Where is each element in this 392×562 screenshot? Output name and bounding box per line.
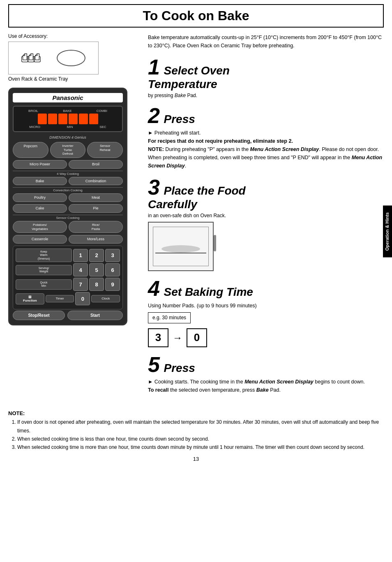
page-container: To Cook on Bake Operation & Hints Use of… <box>0 0 392 562</box>
oven-rack-line <box>155 253 206 253</box>
notes-section: NOTE: If oven door is not opened after p… <box>8 409 384 452</box>
step-3-title: Place the FoodCarefully <box>148 184 246 211</box>
step-2: 2 Press ► Preheating will start. For rec… <box>148 105 384 170</box>
page-title: To Cook on Bake <box>143 8 249 23</box>
main-layout: Use of Accessory: ⎙⎙⎙ Oven Rack & Cerami… <box>8 33 384 401</box>
btn-row-3: Bake Combination <box>13 177 123 186</box>
stop-start-row: Stop/Reset Start <box>13 311 123 320</box>
combination-btn[interactable]: Combination <box>69 177 123 186</box>
oven-food <box>161 245 200 253</box>
step-1-subtitle: by pressing Bake Pad. <box>148 93 384 98</box>
potatoes-veg-btn[interactable]: Potatoes/Vegetables <box>13 221 67 233</box>
arrow-right-icon: → <box>173 330 182 346</box>
dimension-label: DIMENSION 4 Genius <box>13 135 123 139</box>
num-display-0: 0 <box>187 328 207 347</box>
more-less-btn[interactable]: More/Less <box>69 235 123 244</box>
micro-power-btn[interactable]: Micro Power <box>13 160 67 169</box>
btn-row-6: Potatoes/Vegetables Rice/Pasta <box>13 221 123 233</box>
page-number: 13 <box>8 456 384 462</box>
keep-warm-btn[interactable]: KeepWarm(5menus) <box>16 248 72 262</box>
step-2-number: 2 <box>148 104 160 128</box>
step-3: 3 Place the FoodCarefully in an oven-saf… <box>148 176 384 271</box>
step-4-body: Using Number Pads. (up to 9 hours 99 min… <box>148 302 384 347</box>
tray-icon <box>57 50 85 66</box>
accessory-label: Use of Accessory: <box>8 33 140 39</box>
timer-btn[interactable]: Timer <box>46 295 74 302</box>
num-8-btn[interactable]: 8 <box>89 278 104 291</box>
serving-weight-btn[interactable]: Serving/Weight <box>16 265 72 275</box>
casserole-btn[interactable]: Casserole <box>13 235 67 244</box>
broil-btn[interactable]: Broil <box>69 160 123 169</box>
num-4-btn[interactable]: 4 <box>73 263 88 276</box>
step-3-number: 3 <box>148 175 160 199</box>
popcorn-btn[interactable]: Popcorn <box>13 142 48 158</box>
num-6-btn[interactable]: 6 <box>105 263 120 276</box>
meat-btn[interactable]: Meat <box>69 193 123 202</box>
numpad-row-4: ▤Function Timer 0 Clock <box>16 292 120 305</box>
bake-btn[interactable]: Bake <box>13 177 67 186</box>
note-item-2: When selected cooking time is less than … <box>17 435 384 443</box>
cake-btn[interactable]: Cake <box>13 204 67 213</box>
right-column: Bake temperature automatically counts-up… <box>148 33 384 401</box>
step-1: 1 Select OvenTemperature by pressing Bak… <box>148 56 384 98</box>
section-label-4way: 4 Way Cooking <box>13 171 123 176</box>
accessory-box: ⎙⎙⎙ <box>8 42 99 74</box>
step-5-body: ► Cooking starts. The cooking time in th… <box>148 378 384 394</box>
num-2-btn[interactable]: 2 <box>89 249 104 262</box>
quick-min-btn[interactable]: QuickMin <box>16 279 72 290</box>
oven-inner <box>153 227 209 266</box>
function-btn[interactable]: ▤Function <box>16 293 44 304</box>
pie-btn[interactable]: Pie <box>69 204 123 213</box>
num-5-btn[interactable]: 5 <box>89 263 104 276</box>
step-4-heading: 4 Set Baking Time <box>148 278 384 299</box>
display-labels: BROIL BAKE COMBI <box>16 109 120 113</box>
sublabel-micro: MICRO <box>29 125 40 129</box>
step-4-number: 4 <box>148 276 160 300</box>
start-btn[interactable]: Start <box>67 311 123 320</box>
seg1: 8 <box>38 114 47 124</box>
numpad-row-2: Serving/Weight 4 5 6 <box>16 263 120 276</box>
step-4: 4 Set Baking Time Using Number Pads. (up… <box>148 278 384 347</box>
numpad-row-3: QuickMin 7 8 9 <box>16 278 120 291</box>
poultry-btn[interactable]: Poultry <box>13 193 67 202</box>
btn-row-7: Casserole More/Less <box>13 235 123 244</box>
step-5-title: Press <box>164 362 195 374</box>
step-3-heading: 3 Place the FoodCarefully <box>148 176 384 211</box>
num-7-btn[interactable]: 7 <box>73 278 88 291</box>
bake-temp-info: Bake temperature automatically counts-up… <box>148 33 384 50</box>
clock-btn[interactable]: Clock <box>91 295 120 302</box>
num-9-btn[interactable]: 9 <box>105 278 120 291</box>
sensor-reheat-btn[interactable]: SensorReheat <box>87 142 123 158</box>
seg3: 8 <box>58 114 67 124</box>
note-item-3: When selected cooking time is more than … <box>17 443 384 451</box>
number-display-row: 3 → 0 <box>148 328 384 347</box>
notes-title: NOTE: <box>8 410 25 416</box>
notes-list: If oven door is not opened after preheat… <box>17 418 384 452</box>
rice-pasta-btn[interactable]: Rice/Pasta <box>69 221 123 233</box>
btn-row-4: Poultry Meat <box>13 193 123 202</box>
display-label-combi: COMBI <box>97 109 107 113</box>
display-area: BROIL BAKE COMBI 8 8 8 8 8 8 MICRO M <box>13 106 123 132</box>
num-3-btn[interactable]: 3 <box>105 249 120 262</box>
inverter-btn[interactable]: InverterTurboDefrost <box>50 142 86 158</box>
section-label-sensor: Sensor Cooking <box>13 215 123 220</box>
btn-row-2: Micro Power Broil <box>13 160 123 169</box>
display-label-bake: BAKE <box>63 109 71 113</box>
display-label-broil: BROIL <box>28 109 38 113</box>
sublabel-sec: SEC <box>99 125 106 129</box>
accessory-caption: Oven Rack & Ceramic Tray <box>8 76 140 82</box>
seg4: 8 <box>69 114 78 124</box>
oven-door-handle <box>214 235 216 251</box>
stop-reset-btn[interactable]: Stop/Reset <box>13 311 65 320</box>
btn-row-1: Popcorn InverterTurboDefrost SensorRehea… <box>13 142 123 158</box>
numpad-row-1: KeepWarm(5menus) 1 2 3 <box>16 248 120 262</box>
step-4-title: Set Baking Time <box>164 286 253 298</box>
step-2-title: Press <box>164 113 195 125</box>
num-0-btn[interactable]: 0 <box>75 292 90 305</box>
step-5: 5 Press ► Cooking starts. The cooking ti… <box>148 354 384 394</box>
title-box: To Cook on Bake <box>8 4 384 28</box>
seg2: 8 <box>48 114 57 124</box>
num-1-btn[interactable]: 1 <box>73 249 88 262</box>
step-1-title: Select OvenTemperature <box>148 64 230 91</box>
left-column: Use of Accessory: ⎙⎙⎙ Oven Rack & Cerami… <box>8 33 140 401</box>
